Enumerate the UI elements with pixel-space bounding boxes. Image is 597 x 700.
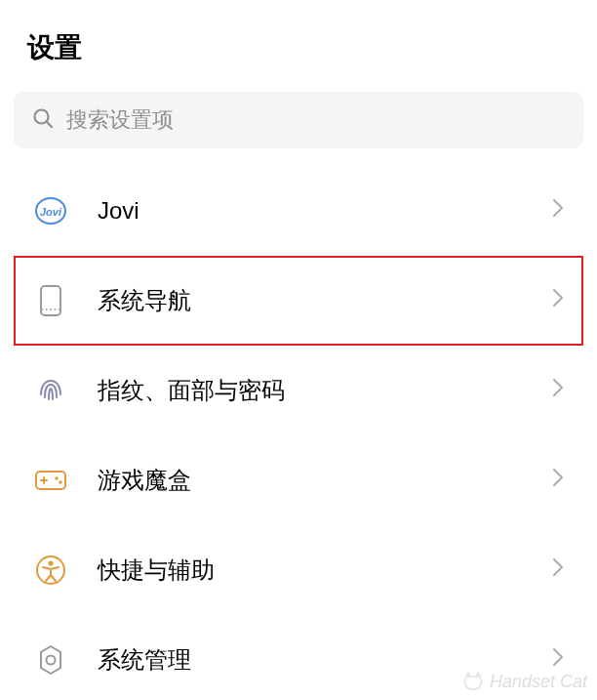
list-item-jovi[interactable]: Jovi Jovi xyxy=(14,166,583,256)
list-item-shortcuts-accessibility[interactable]: 快捷与辅助 xyxy=(14,525,583,615)
svg-point-11 xyxy=(59,480,62,484)
settings-list: Jovi Jovi 系统导航 指纹、面部 xyxy=(0,166,597,700)
svg-point-15 xyxy=(47,656,56,665)
chevron-right-icon xyxy=(552,378,564,403)
chevron-right-icon xyxy=(552,647,564,673)
header: 设置 xyxy=(0,0,597,84)
gamepad-icon xyxy=(33,463,68,498)
list-item-label: 系统管理 xyxy=(98,644,552,676)
svg-marker-14 xyxy=(41,646,60,674)
jovi-icon: Jovi xyxy=(33,193,68,228)
chevron-right-icon xyxy=(552,288,564,313)
list-item-system-navigation[interactable]: 系统导航 xyxy=(14,256,583,346)
fingerprint-icon xyxy=(33,373,68,408)
chevron-right-icon xyxy=(552,557,564,583)
list-item-label: Jovi xyxy=(98,197,552,225)
search-icon xyxy=(31,106,55,134)
phone-icon xyxy=(33,283,68,318)
svg-line-1 xyxy=(47,122,52,127)
svg-point-13 xyxy=(49,561,54,566)
search-input[interactable]: 搜索设置项 xyxy=(14,92,583,148)
search-placeholder: 搜索设置项 xyxy=(66,105,174,135)
list-item-game-box[interactable]: 游戏魔盒 xyxy=(14,435,583,525)
chevron-right-icon xyxy=(552,198,564,224)
list-item-fingerprint-face-password[interactable]: 指纹、面部与密码 xyxy=(14,346,583,435)
list-item-label: 指纹、面部与密码 xyxy=(98,375,552,406)
list-item-system-management[interactable]: 系统管理 xyxy=(14,615,583,700)
svg-point-10 xyxy=(55,476,59,480)
list-item-label: 快捷与辅助 xyxy=(98,555,552,586)
svg-text:Jovi: Jovi xyxy=(40,206,62,218)
list-item-label: 系统导航 xyxy=(98,285,552,316)
page-title: 设置 xyxy=(27,29,570,66)
list-item-label: 游戏魔盒 xyxy=(98,465,552,496)
chevron-right-icon xyxy=(552,468,564,493)
accessibility-icon xyxy=(33,553,68,588)
gear-icon xyxy=(33,642,68,678)
